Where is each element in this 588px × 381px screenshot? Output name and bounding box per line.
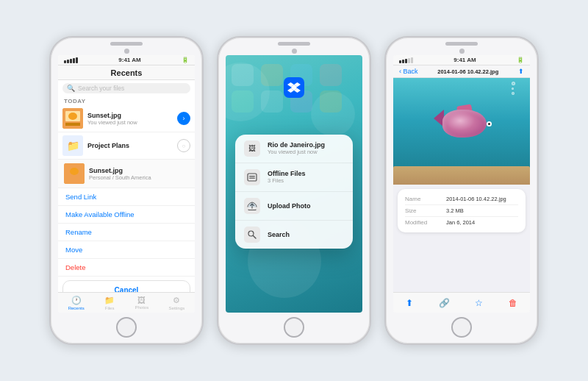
time-3: 9:41 AM xyxy=(453,57,476,63)
svg-rect-14 xyxy=(249,177,255,178)
popup-item-offline[interactable]: Offline Files 3 Files xyxy=(235,163,353,192)
file-info: Sunset.jpg You viewed just now xyxy=(87,112,173,126)
tab-files[interactable]: 📁 Files xyxy=(104,296,115,310)
action-list: Send Link Make Available Offline Rename … xyxy=(58,188,195,277)
svg-line-16 xyxy=(254,235,257,238)
info-value-size: 3.2 MB xyxy=(446,207,464,214)
tab-recents-label: Recents xyxy=(68,306,85,310)
fish-eye xyxy=(487,121,492,127)
star-icon[interactable]: ☆ xyxy=(475,298,483,308)
rio-file-icon: 🖼 xyxy=(244,140,260,157)
home-button[interactable] xyxy=(116,317,137,338)
action-send-link[interactable]: Send Link xyxy=(58,188,195,206)
svg-rect-3 xyxy=(65,123,80,126)
phone-bottom xyxy=(51,313,202,343)
offline-text: Offline Files 3 Files xyxy=(268,170,344,184)
info-value-name: 2014-01-06 10.42.22.jpg xyxy=(446,196,506,202)
search-icon: 🔍 xyxy=(67,85,75,92)
sand-bottom xyxy=(393,166,530,185)
trash-icon[interactable]: 🗑 xyxy=(509,298,517,308)
battery-icon: 🔋 xyxy=(182,57,189,63)
files-icon: 📁 xyxy=(104,296,115,305)
file-row-project-plans[interactable]: 📁 Project Plans ○ xyxy=(58,132,195,160)
back-button[interactable]: ‹ Back xyxy=(399,68,418,75)
export-icon[interactable]: ⬆ xyxy=(406,298,413,308)
action-delete[interactable]: Delete xyxy=(58,259,195,277)
photo-display xyxy=(393,78,530,185)
svg-point-2 xyxy=(68,113,77,120)
svg-rect-13 xyxy=(249,176,255,177)
tab-files-label: Files xyxy=(105,306,115,310)
offline-sub: 3 Files xyxy=(268,177,344,184)
expand-button[interactable]: › xyxy=(177,112,190,125)
popup-item-search[interactable]: Search xyxy=(235,221,353,249)
phone-camera xyxy=(124,49,129,54)
phone-speaker xyxy=(110,42,143,46)
action-offline[interactable]: Make Available Offline xyxy=(58,206,195,224)
info-row-size: Size 3.2 MB xyxy=(405,205,518,217)
offline-icon xyxy=(244,169,260,185)
recents-icon: 🕐 xyxy=(71,296,82,305)
tab-recents[interactable]: 🕐 Recents xyxy=(68,296,85,310)
bubble-1 xyxy=(512,82,515,85)
dropbox-icon xyxy=(284,77,304,98)
info-label-size: Size xyxy=(405,207,442,214)
home-button-2[interactable] xyxy=(284,317,304,338)
homescreen-background: 🖼 Rio de Janeiro.jpg You viewed just now xyxy=(226,55,362,313)
phone-camera-3 xyxy=(459,49,465,54)
upload-text: Upload Photo xyxy=(268,202,344,210)
action-move[interactable]: Move xyxy=(58,241,195,259)
file-row-sunset[interactable]: Sunset.jpg You viewed just now › xyxy=(58,105,195,132)
time-display: 9:41 AM xyxy=(118,57,140,63)
fish xyxy=(434,104,492,144)
fish-photo xyxy=(393,78,530,185)
search-text: Search xyxy=(268,231,344,238)
dropbox-app-icon xyxy=(284,77,304,98)
context-file-info: Sunset.jpg Personal / South America xyxy=(89,167,189,181)
action-rename[interactable]: Rename xyxy=(58,224,195,241)
photo-actions-bar: ⬆ 🔗 ☆ 🗑 xyxy=(393,292,530,313)
photos-icon: 🖼 xyxy=(137,296,146,305)
search-placeholder: Search your files xyxy=(78,85,124,92)
phone-1: 9:41 AM 🔋 Recents 🔍 Search your files TO… xyxy=(49,36,204,345)
link-icon[interactable]: 🔗 xyxy=(439,298,450,308)
search-label: Search xyxy=(268,231,344,238)
tab-settings[interactable]: ⚙ Settings xyxy=(169,296,185,310)
context-file-thumb xyxy=(64,163,85,184)
filename-title: 2014-01-06 10.42.22.jpg xyxy=(421,68,515,75)
phone-1-screen: 9:41 AM 🔋 Recents 🔍 Search your files TO… xyxy=(58,55,195,313)
signal-icon xyxy=(64,57,78,63)
signal-3 xyxy=(399,57,413,63)
photo-filename: 2014-01-06 10.42.22.jpg xyxy=(421,68,515,75)
popup-item-rio[interactable]: 🖼 Rio de Janeiro.jpg You viewed just now xyxy=(235,135,353,163)
select-button[interactable]: ○ xyxy=(177,139,190,152)
quick-actions-popup: 🖼 Rio de Janeiro.jpg You viewed just now xyxy=(235,135,353,249)
phone-speaker-2 xyxy=(278,42,310,46)
home-button-3[interactable] xyxy=(451,317,472,338)
file-name: Sunset.jpg xyxy=(87,112,173,119)
rio-filename: Rio de Janeiro.jpg xyxy=(268,141,344,149)
search-popup-icon xyxy=(244,227,260,243)
tab-photos[interactable]: 🖼 Photos xyxy=(135,296,148,310)
popup-item-upload[interactable]: Upload Photo xyxy=(235,192,353,221)
offline-label: Offline Files xyxy=(268,170,344,177)
file-sub: You viewed just now xyxy=(87,119,173,126)
upload-icon xyxy=(244,198,260,214)
tab-photos-label: Photos xyxy=(135,305,148,310)
phone-3-screen: 9:41 AM 🔋 ‹ Back 2014-01-06 10.42.22.jpg… xyxy=(393,55,530,313)
info-row-modified: Modified Jan 6, 2014 xyxy=(405,217,518,228)
upload-label: Upload Photo xyxy=(268,202,344,210)
folder-thumbnail: 📁 xyxy=(62,135,83,156)
rio-sub: You viewed just now xyxy=(268,149,344,155)
share-button[interactable]: ⬆ xyxy=(518,68,524,75)
info-label-modified: Modified xyxy=(405,219,442,226)
context-file-name: Sunset.jpg xyxy=(89,167,189,174)
phone-3: 9:41 AM 🔋 ‹ Back 2014-01-06 10.42.22.jpg… xyxy=(384,36,539,345)
status-bar: 9:41 AM 🔋 xyxy=(58,55,195,65)
file-info-card: Name 2014-01-06 10.42.22.jpg Size 3.2 MB… xyxy=(398,189,526,232)
rio-text: Rio de Janeiro.jpg You viewed just now xyxy=(268,141,344,155)
bubble-2 xyxy=(512,88,514,90)
section-label: TODAY xyxy=(58,96,195,105)
svg-point-15 xyxy=(248,231,254,236)
search-bar[interactable]: 🔍 Search your files xyxy=(62,83,190,93)
